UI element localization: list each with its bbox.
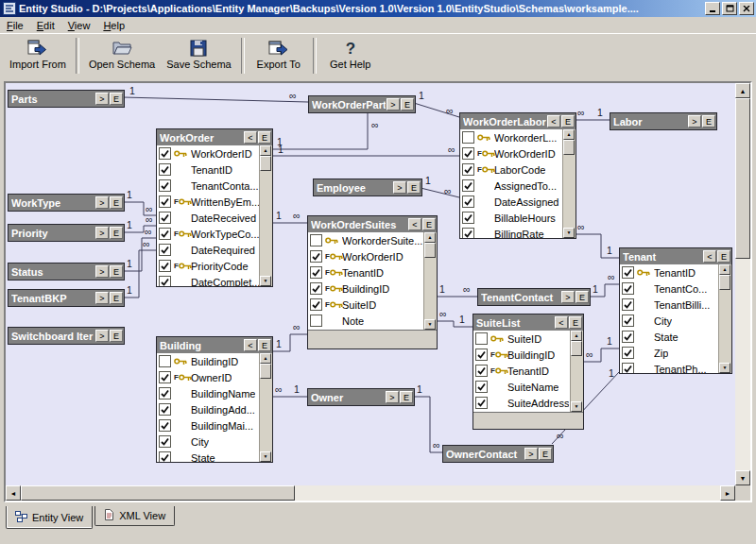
entity-scroll-thumb[interactable] (260, 364, 271, 379)
entity-e-button[interactable]: E (110, 227, 123, 239)
entity-scroll-thumb[interactable] (571, 341, 582, 356)
expand-button[interactable]: > (561, 291, 575, 303)
expand-button[interactable]: > (387, 98, 400, 110)
expand-button[interactable]: > (95, 265, 109, 278)
entity-titlebar[interactable]: Status>E (9, 264, 124, 280)
entity-hscroll-strip[interactable] (308, 330, 437, 349)
entity-scrollbar[interactable]: ▲▼ (570, 331, 583, 412)
field-checkbox[interactable] (159, 228, 171, 240)
entity-scrollbar[interactable]: ▲▼ (562, 129, 576, 238)
tab-entity-view[interactable]: Entity View (6, 506, 93, 529)
scroll-down-icon[interactable]: ▼ (563, 228, 575, 238)
save-schema-button[interactable]: Save Schema (161, 36, 236, 74)
entity-scrollbar[interactable]: ▲▼ (718, 264, 731, 373)
expand-button[interactable]: > (95, 292, 109, 304)
entity-titlebar[interactable]: WorkType>E (9, 195, 124, 211)
entity-scroll-thumb[interactable] (260, 156, 271, 171)
maximize-button[interactable] (722, 2, 737, 15)
entity-e-button[interactable]: E (717, 250, 730, 263)
field-checkbox[interactable] (159, 451, 171, 462)
entity-scroll-thumb[interactable] (563, 140, 575, 155)
entity-e-button[interactable]: E (110, 292, 123, 304)
field-checkbox[interactable] (159, 276, 171, 286)
collapse-button[interactable]: < (547, 115, 560, 128)
field-checkbox[interactable] (462, 179, 474, 192)
collapse-button[interactable]: < (244, 131, 257, 144)
menu-edit[interactable]: Edit (30, 19, 61, 32)
field-checkbox[interactable] (310, 298, 322, 311)
entity-hscroll-strip[interactable] (473, 412, 583, 430)
field-checkbox[interactable] (475, 365, 488, 377)
canvas-hscrollbar[interactable]: ◄ ► (6, 485, 735, 501)
expand-button[interactable]: > (524, 448, 538, 460)
field-checkbox[interactable] (159, 179, 171, 192)
scroll-up-icon[interactable]: ▲ (719, 264, 730, 275)
entity-e-button[interactable]: E (407, 181, 421, 194)
field-checkbox[interactable] (622, 314, 634, 327)
entity-titlebar[interactable]: Owner>E (308, 389, 414, 405)
menu-file[interactable]: File (0, 19, 30, 32)
field-checkbox[interactable] (475, 348, 488, 361)
scroll-down-icon[interactable]: ▼ (571, 401, 582, 412)
field-checkbox[interactable] (159, 403, 171, 416)
field-checkbox[interactable] (159, 196, 171, 208)
entity-scrollbar[interactable]: ▲▼ (259, 353, 272, 462)
field-checkbox[interactable] (462, 147, 474, 160)
title-bar[interactable]: Entity Studio - D:\Projects\Applications… (0, 0, 756, 17)
field-checkbox[interactable] (159, 419, 171, 432)
collapse-button[interactable]: < (244, 339, 257, 351)
field-checkbox[interactable] (159, 212, 171, 224)
field-checkbox[interactable] (310, 314, 322, 327)
diagram-canvas[interactable]: 1∞1∞1∞1∞∞11∞1∞1∞1∞1∞1∞1∞1∞∞11∞∞11∞∞11∞∞1… (4, 81, 752, 502)
entity-e-button[interactable]: E (422, 218, 436, 230)
entity-titlebar[interactable]: Labor>E (610, 113, 716, 129)
entity-titlebar[interactable]: Priority>E (9, 225, 124, 241)
entity-e-button[interactable]: E (539, 448, 552, 460)
field-checkbox[interactable] (159, 387, 171, 400)
menu-view[interactable]: View (61, 19, 97, 32)
field-checkbox[interactable] (159, 163, 171, 176)
canvas-vscrollbar[interactable]: ▲ ▼ (735, 83, 750, 485)
field-checkbox[interactable] (475, 332, 488, 345)
entity-e-button[interactable]: E (110, 93, 123, 105)
field-checkbox[interactable] (475, 397, 488, 409)
scroll-down-icon[interactable]: ▼ (260, 451, 271, 462)
minimize-button[interactable] (705, 2, 720, 15)
entity-titlebar[interactable]: Employee>E (314, 179, 421, 196)
entity-scroll-thumb[interactable] (424, 243, 436, 258)
entity-titlebar[interactable]: OwnerContact>E (443, 446, 553, 462)
field-checkbox[interactable] (622, 363, 634, 373)
collapse-button[interactable]: < (408, 218, 421, 230)
entity-titlebar[interactable]: WorkOrderSuites<E (308, 216, 437, 232)
field-checkbox[interactable] (462, 196, 474, 208)
field-checkbox[interactable] (159, 260, 171, 272)
entity-titlebar[interactable]: Parts>E (9, 91, 124, 107)
scroll-up-icon[interactable]: ▲ (260, 353, 271, 364)
field-checkbox[interactable] (622, 282, 634, 295)
entity-titlebar[interactable]: WorkOrderParts>E (309, 96, 415, 112)
field-checkbox[interactable] (310, 282, 322, 295)
entity-e-button[interactable]: E (258, 131, 271, 144)
entity-e-button[interactable]: E (702, 115, 715, 128)
scroll-left-icon[interactable]: ◄ (6, 485, 21, 501)
field-checkbox[interactable] (462, 228, 474, 238)
hscroll-thumb[interactable] (21, 485, 295, 501)
import-from-button[interactable]: Import From (4, 36, 72, 74)
vscroll-thumb[interactable] (735, 98, 750, 259)
field-checkbox[interactable] (310, 266, 322, 279)
expand-button[interactable]: > (393, 181, 406, 194)
entity-titlebar[interactable]: WorkOrder<E (157, 129, 272, 145)
field-checkbox[interactable] (310, 234, 322, 246)
field-checkbox[interactable] (462, 212, 474, 224)
entity-e-button[interactable]: E (569, 316, 582, 329)
entity-titlebar[interactable]: Switchboard Iter>E (9, 328, 124, 344)
menu-help[interactable]: Help (96, 19, 131, 32)
scroll-up-icon[interactable]: ▲ (735, 83, 750, 98)
export-to-button[interactable]: Export To (249, 36, 309, 74)
field-checkbox[interactable] (475, 381, 488, 393)
field-checkbox[interactable] (310, 250, 322, 263)
scroll-down-icon[interactable]: ▼ (424, 319, 436, 330)
expand-button[interactable]: > (386, 391, 399, 403)
field-checkbox[interactable] (159, 435, 171, 448)
entity-titlebar[interactable]: Tenant<E (620, 248, 731, 264)
